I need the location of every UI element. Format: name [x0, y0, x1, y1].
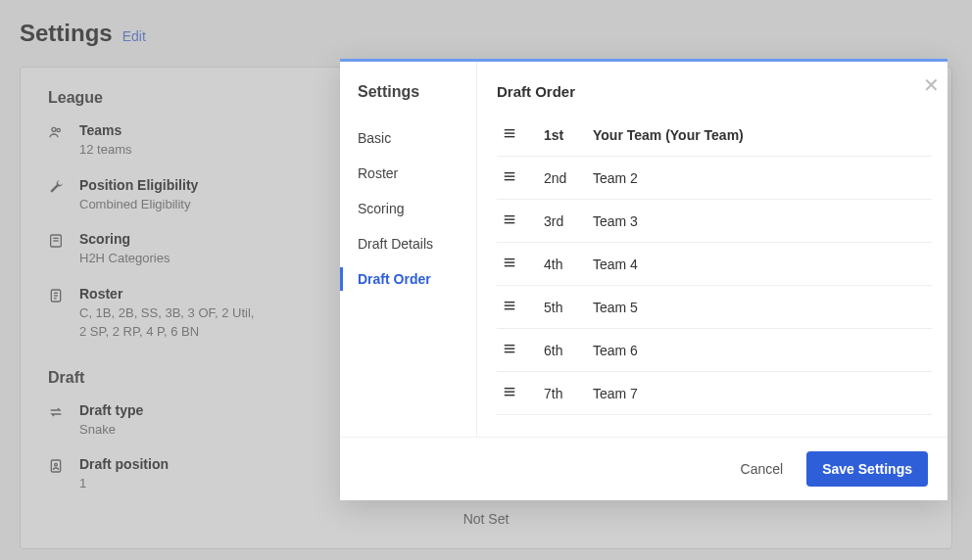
svg-rect-19: [505, 222, 515, 223]
svg-rect-22: [505, 265, 515, 266]
svg-rect-15: [505, 175, 515, 176]
svg-rect-14: [505, 172, 515, 173]
drag-handle-icon[interactable]: [503, 256, 518, 272]
drag-handle-icon[interactable]: [503, 126, 518, 143]
drag-handle-icon[interactable]: [503, 299, 518, 315]
modal-main: Draft Order 1st Your Team (Your Team) 2n…: [477, 62, 948, 437]
svg-rect-31: [505, 395, 515, 396]
drag-handle-icon[interactable]: [503, 212, 518, 229]
tab-draft-order[interactable]: Draft Order: [358, 261, 476, 297]
order-row[interactable]: 2nd Team 2: [497, 157, 932, 200]
svg-rect-28: [505, 351, 515, 352]
svg-rect-29: [505, 388, 515, 389]
order-position: 5th: [544, 300, 593, 315]
order-team: Team 6: [593, 343, 638, 358]
svg-rect-18: [505, 218, 515, 219]
order-position: 4th: [544, 257, 593, 272]
svg-rect-16: [505, 179, 515, 180]
svg-rect-17: [505, 215, 515, 216]
modal-sidebar-title: Settings: [358, 83, 476, 101]
order-position: 7th: [544, 386, 593, 401]
save-settings-button[interactable]: Save Settings: [806, 451, 928, 487]
drag-handle-icon[interactable]: [503, 385, 518, 401]
modal-main-title: Draft Order: [497, 83, 938, 100]
order-team: Team 3: [593, 213, 638, 229]
svg-rect-20: [505, 258, 515, 259]
order-team: Your Team (Your Team): [593, 127, 744, 143]
order-row[interactable]: 3rd Team 3: [497, 200, 932, 243]
svg-rect-30: [505, 391, 515, 392]
order-row[interactable]: 7th Team 7: [497, 372, 932, 415]
order-row[interactable]: 4th Team 4: [497, 243, 932, 286]
svg-rect-27: [505, 348, 515, 349]
svg-rect-24: [505, 304, 515, 305]
drag-handle-icon[interactable]: [503, 342, 518, 358]
order-position: 3rd: [544, 213, 593, 229]
svg-rect-12: [505, 132, 515, 133]
order-team: Team 5: [593, 300, 638, 315]
order-team: Team 2: [593, 170, 638, 186]
svg-rect-23: [505, 302, 515, 303]
tab-basic[interactable]: Basic: [358, 120, 476, 156]
order-team: Team 7: [593, 386, 638, 401]
svg-rect-26: [505, 345, 515, 346]
order-row[interactable]: 5th Team 5: [497, 286, 932, 329]
cancel-button[interactable]: Cancel: [735, 453, 790, 485]
tab-scoring[interactable]: Scoring: [358, 191, 476, 226]
svg-rect-13: [505, 136, 515, 137]
svg-rect-21: [505, 261, 515, 262]
settings-modal: ✕ Settings Basic Roster Scoring Draft De…: [340, 59, 948, 500]
draft-order-list[interactable]: 1st Your Team (Your Team) 2nd Team 2 3rd…: [497, 114, 938, 427]
svg-rect-25: [505, 308, 515, 309]
order-position: 2nd: [544, 170, 593, 186]
order-position: 6th: [544, 343, 593, 358]
order-row[interactable]: 6th Team 6: [497, 329, 932, 372]
modal-sidebar: Settings Basic Roster Scoring Draft Deta…: [340, 62, 477, 437]
tab-roster[interactable]: Roster: [358, 156, 476, 191]
order-row[interactable]: 1st Your Team (Your Team): [497, 114, 932, 157]
modal-footer: Cancel Save Settings: [340, 437, 948, 500]
svg-rect-11: [505, 129, 515, 130]
order-position: 1st: [544, 127, 593, 143]
order-team: Team 4: [593, 257, 638, 272]
tab-draft-details[interactable]: Draft Details: [358, 226, 476, 261]
drag-handle-icon[interactable]: [503, 169, 518, 186]
